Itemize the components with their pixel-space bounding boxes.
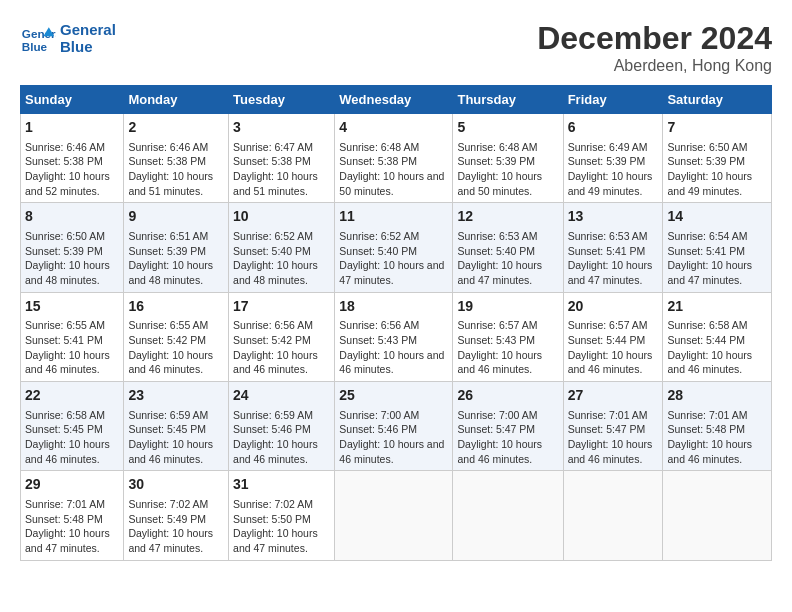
day-number: 30: [128, 475, 224, 495]
day-number: 11: [339, 207, 448, 227]
table-row: 17Sunrise: 6:56 AMSunset: 5:42 PMDayligh…: [229, 292, 335, 381]
table-row: 7Sunrise: 6:50 AMSunset: 5:39 PMDaylight…: [663, 114, 772, 203]
title-section: December 2024 Aberdeen, Hong Kong: [537, 20, 772, 75]
day-info: Sunrise: 6:58 AMSunset: 5:45 PMDaylight:…: [25, 408, 119, 467]
table-row: 27Sunrise: 7:01 AMSunset: 5:47 PMDayligh…: [563, 382, 663, 471]
day-number: 3: [233, 118, 330, 138]
day-number: 25: [339, 386, 448, 406]
table-row: 12Sunrise: 6:53 AMSunset: 5:40 PMDayligh…: [453, 203, 563, 292]
day-number: 22: [25, 386, 119, 406]
empty-cell: [563, 471, 663, 560]
col-wednesday: Wednesday: [335, 86, 453, 114]
table-row: 2Sunrise: 6:46 AMSunset: 5:38 PMDaylight…: [124, 114, 229, 203]
table-row: 10Sunrise: 6:52 AMSunset: 5:40 PMDayligh…: [229, 203, 335, 292]
calendar-week-row: 15Sunrise: 6:55 AMSunset: 5:41 PMDayligh…: [21, 292, 772, 381]
day-info: Sunrise: 6:55 AMSunset: 5:41 PMDaylight:…: [25, 318, 119, 377]
day-number: 27: [568, 386, 659, 406]
day-number: 14: [667, 207, 767, 227]
day-info: Sunrise: 7:00 AMSunset: 5:46 PMDaylight:…: [339, 408, 448, 467]
table-row: 20Sunrise: 6:57 AMSunset: 5:44 PMDayligh…: [563, 292, 663, 381]
col-tuesday: Tuesday: [229, 86, 335, 114]
table-row: 31Sunrise: 7:02 AMSunset: 5:50 PMDayligh…: [229, 471, 335, 560]
day-info: Sunrise: 6:53 AMSunset: 5:41 PMDaylight:…: [568, 229, 659, 288]
day-number: 15: [25, 297, 119, 317]
day-info: Sunrise: 6:57 AMSunset: 5:43 PMDaylight:…: [457, 318, 558, 377]
table-row: 9Sunrise: 6:51 AMSunset: 5:39 PMDaylight…: [124, 203, 229, 292]
table-row: 15Sunrise: 6:55 AMSunset: 5:41 PMDayligh…: [21, 292, 124, 381]
day-number: 4: [339, 118, 448, 138]
day-info: Sunrise: 6:46 AMSunset: 5:38 PMDaylight:…: [25, 140, 119, 199]
table-row: 29Sunrise: 7:01 AMSunset: 5:48 PMDayligh…: [21, 471, 124, 560]
calendar-week-row: 22Sunrise: 6:58 AMSunset: 5:45 PMDayligh…: [21, 382, 772, 471]
day-number: 28: [667, 386, 767, 406]
header-row: Sunday Monday Tuesday Wednesday Thursday…: [21, 86, 772, 114]
day-info: Sunrise: 6:50 AMSunset: 5:39 PMDaylight:…: [25, 229, 119, 288]
logo-text: GeneralBlue: [60, 21, 116, 56]
day-info: Sunrise: 6:52 AMSunset: 5:40 PMDaylight:…: [233, 229, 330, 288]
day-number: 19: [457, 297, 558, 317]
day-info: Sunrise: 6:52 AMSunset: 5:40 PMDaylight:…: [339, 229, 448, 288]
day-number: 10: [233, 207, 330, 227]
calendar-table: Sunday Monday Tuesday Wednesday Thursday…: [20, 85, 772, 561]
page-header: General Blue GeneralBlue December 2024 A…: [20, 20, 772, 75]
col-friday: Friday: [563, 86, 663, 114]
day-info: Sunrise: 6:47 AMSunset: 5:38 PMDaylight:…: [233, 140, 330, 199]
table-row: 13Sunrise: 6:53 AMSunset: 5:41 PMDayligh…: [563, 203, 663, 292]
day-number: 2: [128, 118, 224, 138]
day-info: Sunrise: 6:58 AMSunset: 5:44 PMDaylight:…: [667, 318, 767, 377]
table-row: 5Sunrise: 6:48 AMSunset: 5:39 PMDaylight…: [453, 114, 563, 203]
svg-text:Blue: Blue: [22, 40, 48, 53]
logo-icon: General Blue: [20, 20, 56, 56]
day-number: 29: [25, 475, 119, 495]
day-info: Sunrise: 6:48 AMSunset: 5:39 PMDaylight:…: [457, 140, 558, 199]
day-number: 8: [25, 207, 119, 227]
day-info: Sunrise: 7:02 AMSunset: 5:49 PMDaylight:…: [128, 497, 224, 556]
day-info: Sunrise: 7:01 AMSunset: 5:47 PMDaylight:…: [568, 408, 659, 467]
col-saturday: Saturday: [663, 86, 772, 114]
day-number: 9: [128, 207, 224, 227]
col-thursday: Thursday: [453, 86, 563, 114]
page-subtitle: Aberdeen, Hong Kong: [537, 57, 772, 75]
table-row: 23Sunrise: 6:59 AMSunset: 5:45 PMDayligh…: [124, 382, 229, 471]
table-row: 4Sunrise: 6:48 AMSunset: 5:38 PMDaylight…: [335, 114, 453, 203]
day-number: 16: [128, 297, 224, 317]
table-row: 1Sunrise: 6:46 AMSunset: 5:38 PMDaylight…: [21, 114, 124, 203]
col-monday: Monday: [124, 86, 229, 114]
day-info: Sunrise: 6:53 AMSunset: 5:40 PMDaylight:…: [457, 229, 558, 288]
day-number: 20: [568, 297, 659, 317]
table-row: 14Sunrise: 6:54 AMSunset: 5:41 PMDayligh…: [663, 203, 772, 292]
table-row: 25Sunrise: 7:00 AMSunset: 5:46 PMDayligh…: [335, 382, 453, 471]
table-row: 22Sunrise: 6:58 AMSunset: 5:45 PMDayligh…: [21, 382, 124, 471]
day-number: 23: [128, 386, 224, 406]
day-number: 31: [233, 475, 330, 495]
day-info: Sunrise: 6:49 AMSunset: 5:39 PMDaylight:…: [568, 140, 659, 199]
empty-cell: [663, 471, 772, 560]
table-row: 16Sunrise: 6:55 AMSunset: 5:42 PMDayligh…: [124, 292, 229, 381]
day-number: 13: [568, 207, 659, 227]
day-info: Sunrise: 6:51 AMSunset: 5:39 PMDaylight:…: [128, 229, 224, 288]
day-info: Sunrise: 7:01 AMSunset: 5:48 PMDaylight:…: [25, 497, 119, 556]
table-row: 6Sunrise: 6:49 AMSunset: 5:39 PMDaylight…: [563, 114, 663, 203]
table-row: 3Sunrise: 6:47 AMSunset: 5:38 PMDaylight…: [229, 114, 335, 203]
day-number: 26: [457, 386, 558, 406]
day-number: 17: [233, 297, 330, 317]
table-row: 24Sunrise: 6:59 AMSunset: 5:46 PMDayligh…: [229, 382, 335, 471]
day-number: 12: [457, 207, 558, 227]
day-info: Sunrise: 7:01 AMSunset: 5:48 PMDaylight:…: [667, 408, 767, 467]
calendar-week-row: 1Sunrise: 6:46 AMSunset: 5:38 PMDaylight…: [21, 114, 772, 203]
empty-cell: [453, 471, 563, 560]
calendar-week-row: 29Sunrise: 7:01 AMSunset: 5:48 PMDayligh…: [21, 471, 772, 560]
table-row: 30Sunrise: 7:02 AMSunset: 5:49 PMDayligh…: [124, 471, 229, 560]
table-row: 11Sunrise: 6:52 AMSunset: 5:40 PMDayligh…: [335, 203, 453, 292]
day-info: Sunrise: 6:57 AMSunset: 5:44 PMDaylight:…: [568, 318, 659, 377]
day-number: 1: [25, 118, 119, 138]
page-title: December 2024: [537, 20, 772, 57]
day-info: Sunrise: 6:55 AMSunset: 5:42 PMDaylight:…: [128, 318, 224, 377]
day-number: 5: [457, 118, 558, 138]
day-info: Sunrise: 6:56 AMSunset: 5:43 PMDaylight:…: [339, 318, 448, 377]
day-number: 24: [233, 386, 330, 406]
logo: General Blue GeneralBlue: [20, 20, 116, 56]
day-number: 7: [667, 118, 767, 138]
day-info: Sunrise: 6:59 AMSunset: 5:46 PMDaylight:…: [233, 408, 330, 467]
day-number: 18: [339, 297, 448, 317]
